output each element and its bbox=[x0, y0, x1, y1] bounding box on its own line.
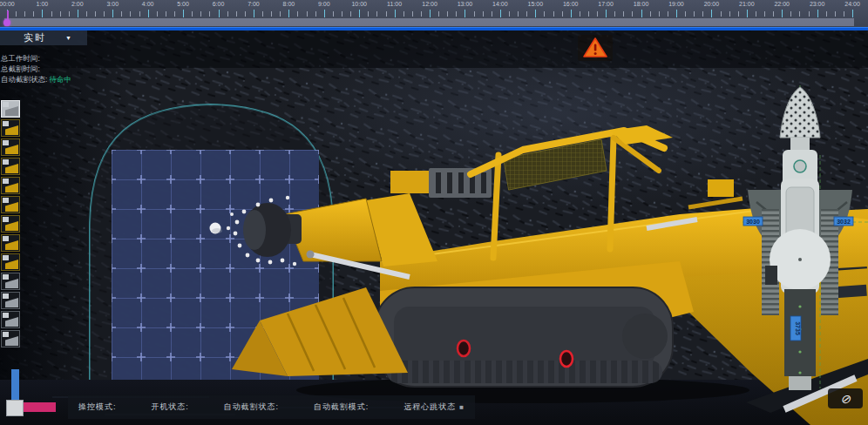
camera-view-thumbnail[interactable] bbox=[1, 119, 20, 137]
disable-control-button[interactable]: ⊘ bbox=[828, 388, 863, 408]
timeline-tick bbox=[412, 11, 413, 17]
camera-view-thumbnail[interactable] bbox=[1, 292, 20, 309]
timeline-tick bbox=[33, 11, 34, 17]
timeline-hour-label: 15:00 bbox=[528, 1, 544, 7]
timeline-selection-band[interactable] bbox=[4, 18, 854, 26]
timeline-scrubber[interactable]: 00:001:002:003:004:005:006:007:008:009:0… bbox=[0, 0, 868, 30]
timeline-hour-label: 12:00 bbox=[422, 1, 437, 7]
timeline-tick bbox=[16, 11, 17, 17]
timeline-tick bbox=[817, 10, 818, 17]
thumb-cab-icon bbox=[3, 198, 9, 203]
timeline-tick bbox=[756, 11, 756, 17]
thumb-cab-icon bbox=[3, 274, 9, 280]
timeline-tick bbox=[438, 11, 439, 17]
timeline-tick bbox=[597, 11, 598, 17]
thumb-machine-icon bbox=[5, 125, 18, 135]
timeline-tick bbox=[236, 11, 237, 17]
camera-view-thumbnail[interactable] bbox=[1, 158, 20, 175]
timeline-tick bbox=[324, 10, 325, 17]
timeline-tick bbox=[474, 11, 475, 17]
camera-view-thumbnail[interactable] bbox=[1, 330, 20, 347]
thumb-cab-icon bbox=[3, 121, 9, 126]
timeline-tick bbox=[386, 11, 387, 17]
timeline-hour-label: 7:00 bbox=[248, 1, 260, 7]
camera-view-thumbnail[interactable] bbox=[1, 177, 20, 194]
thumb-machine-icon bbox=[5, 164, 18, 173]
thumb-machine-icon bbox=[5, 260, 18, 269]
camera-view-thumbnail[interactable] bbox=[1, 215, 20, 233]
camera-view-thumbnail[interactable] bbox=[1, 100, 20, 118]
view-thumbnail-strip bbox=[1, 100, 20, 349]
timeline-hour-label: 2:00 bbox=[71, 1, 84, 7]
thumb-machine-icon bbox=[5, 298, 18, 307]
timeline-tick bbox=[721, 11, 722, 17]
timeline-tick bbox=[166, 11, 166, 17]
timeline-tick bbox=[588, 11, 589, 17]
machine-status-bar: 操控模式:开机状态:自动截割状态:自动截割模式:远程心跳状态■ bbox=[68, 395, 475, 419]
timeline-tick bbox=[24, 11, 25, 17]
thumb-cab-icon bbox=[3, 102, 9, 107]
camera-view-thumbnail[interactable] bbox=[1, 138, 20, 156]
timeline-tick bbox=[571, 10, 572, 17]
timeline-tick bbox=[403, 11, 404, 17]
svg-text:3032: 3032 bbox=[837, 219, 851, 225]
timeline-tick bbox=[227, 11, 228, 17]
timeline-tick bbox=[60, 11, 61, 17]
minimap-side-badge: 3735 bbox=[790, 316, 801, 341]
minimap-right-badge: 3032 bbox=[834, 217, 853, 226]
timeline-tick bbox=[315, 11, 316, 17]
timeline-tick bbox=[350, 11, 351, 17]
camera-view-thumbnail[interactable] bbox=[1, 311, 20, 328]
timeline-tick bbox=[254, 10, 254, 17]
timeline-tick bbox=[42, 10, 43, 17]
timeline-hour-label: 20:00 bbox=[704, 1, 720, 7]
timeline-tick bbox=[130, 11, 131, 17]
scene-3d-viewport[interactable]: 3030 3032 3735 bbox=[0, 0, 868, 425]
joystick-handle[interactable] bbox=[6, 400, 24, 416]
timeline-hour-label: 19:00 bbox=[668, 1, 684, 7]
timeline-hour-label: 1:00 bbox=[37, 1, 49, 7]
timeline-tick bbox=[526, 11, 527, 17]
warning-triangle-icon bbox=[582, 37, 608, 59]
view-mode-dropdown[interactable]: 实时 ▼ bbox=[0, 30, 87, 45]
camera-view-thumbnail[interactable] bbox=[1, 273, 20, 290]
timeline-tick bbox=[790, 11, 791, 17]
camera-view-thumbnail[interactable] bbox=[1, 234, 20, 252]
camera-view-thumbnail[interactable] bbox=[1, 253, 20, 271]
timeline-tick bbox=[262, 11, 263, 17]
timeline-tick bbox=[676, 10, 677, 17]
timeline-tick bbox=[342, 11, 342, 17]
thumb-cab-icon bbox=[3, 332, 9, 337]
thumb-machine-icon bbox=[5, 279, 18, 288]
timeline-tick bbox=[535, 10, 536, 17]
timeline-tick bbox=[614, 11, 615, 17]
timeline-tick bbox=[288, 10, 289, 17]
timeline-tick bbox=[852, 10, 853, 17]
timeline-tick bbox=[421, 11, 422, 17]
minimap-left-badge: 3030 bbox=[743, 217, 763, 226]
thumb-machine-icon bbox=[5, 317, 18, 327]
warning-alert-icon[interactable] bbox=[578, 35, 613, 61]
timeline-tick bbox=[69, 11, 70, 17]
timeline-tick bbox=[580, 11, 580, 17]
status-bar-label: 远程心跳状态■ bbox=[403, 401, 465, 413]
timeline-hour-label: 24:00 bbox=[844, 1, 860, 7]
timeline-hour-label: 9:00 bbox=[318, 1, 330, 7]
timeline-hour-label: 11:00 bbox=[387, 1, 402, 7]
camera-view-thumbnail[interactable] bbox=[1, 196, 20, 213]
remote-mining-console: 3030 3032 3735 00:001:002:003:004:005:00… bbox=[0, 0, 868, 425]
timeline-tick bbox=[483, 11, 484, 17]
timeline-tick bbox=[333, 11, 334, 17]
status-bar-label: 自动截割模式: bbox=[314, 401, 370, 413]
timeline-hour-label: 6:00 bbox=[213, 1, 225, 7]
thumb-cab-icon bbox=[3, 293, 9, 299]
timeline-tick bbox=[104, 11, 105, 17]
timeline-tick bbox=[694, 11, 695, 17]
timeline-tick bbox=[183, 10, 184, 17]
timeline-tick bbox=[174, 11, 175, 17]
thumb-cab-icon bbox=[3, 236, 9, 241]
prohibited-icon: ⊘ bbox=[840, 392, 851, 406]
thumb-cab-icon bbox=[3, 140, 9, 145]
timeline-playhead[interactable] bbox=[3, 19, 10, 26]
thumb-machine-icon bbox=[5, 202, 18, 212]
